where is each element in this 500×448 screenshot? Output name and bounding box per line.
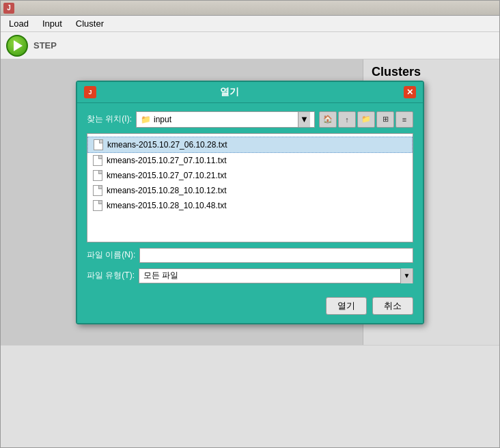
filetype-select[interactable]: 모든 파일 ▼ [139,268,413,283]
toolbar: STEP [1,32,499,59]
filetype-label: 파일 유형(T): [87,270,135,281]
up-btn[interactable]: ↑ [338,111,356,128]
app-window: J Load Input Cluster STEP Clusters J [0,0,500,448]
dialog-body: 찾는 위치(I): 📁 input ▼ 🏠 ↑ 📁 ⊞ ≡ [77,103,423,292]
location-select[interactable]: 📁 input ▼ [136,111,315,128]
home-btn[interactable]: 🏠 [319,111,337,128]
filename-label: 파일 이름(N): [87,249,135,261]
folder-icon: 📁 [141,115,151,124]
dialog-backdrop: J 열기 ✕ 찾는 위치(I): 📁 input ▼ [1,59,499,345]
menu-load[interactable]: Load [3,17,34,30]
open-button[interactable]: 열기 [326,297,367,315]
file-icon [94,139,103,150]
bottom-area [1,345,499,447]
menu-input[interactable]: Input [37,17,68,30]
filetype-row: 파일 유형(T): 모든 파일 ▼ [87,268,413,283]
file-name: kmeans-2015.10.27_06.10.28.txt [107,140,227,150]
dialog-footer: 열기 취소 [77,292,423,323]
file-icon [93,185,102,196]
main-content: Clusters J 열기 ✕ [1,59,499,345]
play-button[interactable] [6,35,28,57]
location-row: 찾는 위치(I): 📁 input ▼ 🏠 ↑ 📁 ⊞ ≡ [87,111,413,128]
file-item[interactable]: kmeans-2015.10.27_07.10.21.txt [87,168,413,183]
new-folder-btn[interactable]: 📁 [357,111,375,128]
file-icon [93,155,102,166]
file-icon [93,170,102,181]
dialog-close-button[interactable]: ✕ [404,86,416,98]
step-label: STEP [33,40,57,51]
file-name: kmeans-2015.10.28_10.10.12.txt [107,186,226,195]
cancel-button[interactable]: 취소 [372,297,413,315]
grid-view-btn[interactable]: ⊞ [376,111,394,128]
title-bar: J [1,1,499,16]
file-icon [93,200,102,211]
open-file-dialog: J 열기 ✕ 찾는 위치(I): 📁 input ▼ [76,81,424,324]
filename-input[interactable] [139,248,413,263]
filename-row: 파일 이름(N): [87,248,413,263]
filetype-dropdown-btn[interactable]: ▼ [400,268,413,283]
location-toolbar: 🏠 ↑ 📁 ⊞ ≡ [319,111,413,128]
app-icon: J [3,3,14,14]
file-name: kmeans-2015.10.27_07.10.11.txt [107,156,226,165]
file-item[interactable]: kmeans-2015.10.28_10.10.48.txt [87,198,413,213]
dialog-title: 열기 [55,86,404,98]
location-dropdown-btn[interactable]: ▼ [298,112,310,127]
menu-bar: Load Input Cluster [1,16,499,32]
play-triangle-icon [14,40,23,51]
list-view-btn[interactable]: ≡ [395,111,413,128]
filetype-value: 모든 파일 [139,270,400,281]
file-item[interactable]: kmeans-2015.10.27_07.10.11.txt [87,153,413,168]
location-label: 찾는 위치(I): [87,113,132,125]
menu-cluster[interactable]: Cluster [70,17,109,30]
file-name: kmeans-2015.10.28_10.10.48.txt [107,201,226,210]
file-item[interactable]: kmeans-2015.10.27_06.10.28.txt [87,137,413,153]
file-item[interactable]: kmeans-2015.10.28_10.10.12.txt [87,183,413,198]
dialog-title-bar: J 열기 ✕ [77,82,423,103]
location-value: input [154,115,295,124]
file-list[interactable]: kmeans-2015.10.27_06.10.28.txtkmeans-201… [87,133,413,242]
file-name: kmeans-2015.10.27_07.10.21.txt [107,171,226,180]
